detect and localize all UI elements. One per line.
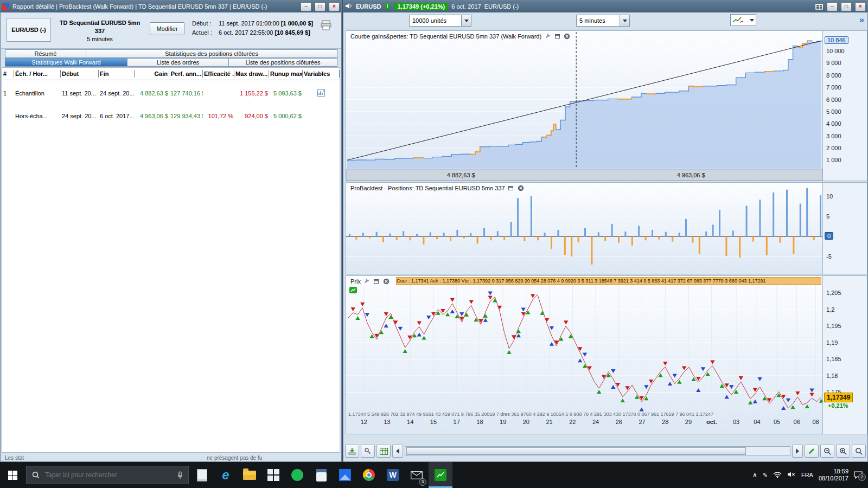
language-indicator[interactable]: FRA <box>801 472 813 478</box>
speaker-icon[interactable] <box>345 3 353 10</box>
timeframe-value: 5 minutes <box>579 17 605 24</box>
report-titlebar[interactable]: Rapport détaillé | ProBacktest (Walk For… <box>1 1 341 12</box>
app-photos-icon[interactable] <box>333 462 357 488</box>
equity-curve-panel[interactable]: Courbe gains&pertes: TD Sequential EURUS… <box>346 30 823 181</box>
app-chrome-icon[interactable] <box>357 462 381 488</box>
position-bar <box>578 236 579 242</box>
equity-price-axis: 10 0009 0008 0007 0006 0005 0004 0003 00… <box>823 30 867 181</box>
app-notepad-icon[interactable] <box>190 462 214 488</box>
scrollbar-thumb[interactable] <box>406 447 746 455</box>
close-button[interactable]: × <box>855 2 866 11</box>
position-bar <box>665 232 667 236</box>
maximize-button[interactable]: □ <box>315 2 326 11</box>
tab-stats-positions[interactable]: Statistiques des positions clôturées <box>86 49 337 58</box>
draw-pencil-icon[interactable] <box>805 445 819 458</box>
y-axis-label: 1,205 <box>826 290 841 296</box>
info-icon[interactable] <box>384 3 391 10</box>
wifi-icon[interactable] <box>773 471 782 479</box>
app-mail-icon[interactable]: 3 <box>405 462 429 488</box>
timeframe-select[interactable]: 5 minutes <box>576 15 630 27</box>
tab-liste-positions[interactable]: Liste des positions clôturées <box>228 58 337 67</box>
signal-arrow <box>516 333 521 337</box>
collapse-panel-icon[interactable]: » <box>859 14 864 26</box>
app-explorer-icon[interactable] <box>238 462 261 488</box>
units-select[interactable]: 10000 unités <box>409 15 471 27</box>
dropdown-arrow-icon[interactable] <box>461 15 471 26</box>
dropdown-arrow-icon[interactable] <box>620 15 629 26</box>
app-word-icon[interactable]: W <box>381 462 405 488</box>
positions-bar-chart[interactable] <box>346 183 822 274</box>
app-store-icon[interactable] <box>261 462 285 488</box>
position-bar <box>537 236 539 240</box>
clock[interactable]: 18:59 08/10/2017 <box>819 468 848 482</box>
scroll-left-button[interactable] <box>392 445 403 458</box>
row-fin: 24 sept. 20... <box>99 90 135 97</box>
export-icon[interactable] <box>345 445 359 458</box>
close-button[interactable]: × <box>329 2 340 11</box>
table-row[interactable]: 1 Échantillon 11 sept. 20... 24 sept. 20… <box>2 88 340 99</box>
table-row[interactable]: Hors-écha... 24 sept. 20... 6 oct. 2017.… <box>2 111 340 121</box>
detach-window-icon[interactable] <box>507 184 515 191</box>
sell-arrow <box>602 375 606 378</box>
open-chart-icon[interactable] <box>303 89 340 98</box>
tab-resume[interactable]: Résumé <box>5 49 86 58</box>
chart-titlebar[interactable]: EURUSD 1,17349 (+0,21%) 6 oct. 2017 EUR/… <box>343 1 867 12</box>
search-input[interactable] <box>44 471 173 479</box>
close-panel-icon[interactable] <box>382 278 390 285</box>
maximize-button[interactable]: □ <box>841 2 852 11</box>
chart-bottom-toolbar <box>345 444 866 458</box>
equity-curve-chart[interactable]: 4 882,63 $4 963,06 $ <box>346 31 822 181</box>
date-axis: 121314151718192021222426272829oct.030405… <box>346 419 822 427</box>
wrench-icon[interactable] <box>363 278 371 285</box>
buy-arrow <box>677 380 681 384</box>
chart-type-button[interactable] <box>730 14 756 26</box>
close-panel-icon[interactable] <box>517 184 525 191</box>
position-bar <box>786 190 788 236</box>
detach-window-icon[interactable] <box>553 33 561 40</box>
position-bar <box>624 232 626 236</box>
layout-grid-icon[interactable] <box>815 3 824 10</box>
price-chart-plot[interactable] <box>346 276 822 434</box>
modify-button[interactable]: Modifier <box>150 22 184 35</box>
position-bar <box>732 230 734 236</box>
zoom-out-icon[interactable] <box>820 445 834 458</box>
tray-expand-icon[interactable]: ∧ <box>752 471 757 479</box>
minimize-button[interactable]: – <box>827 2 838 11</box>
buy-arrow <box>493 299 497 303</box>
signal-arrow <box>724 395 729 399</box>
taskbar-search[interactable] <box>26 466 189 484</box>
volume-muted-icon[interactable] <box>787 471 796 479</box>
buy-arrow <box>507 350 511 354</box>
report-app-icon <box>2 3 9 10</box>
detach-window-icon[interactable] <box>373 278 380 285</box>
zoom-reset-icon[interactable] <box>852 445 866 458</box>
app-edge-icon[interactable]: e <box>214 462 238 488</box>
price-panel[interactable]: Prix Cour : 1,17341 Ach : 1,17380 Vte : … <box>346 275 823 434</box>
position-bar <box>396 236 398 240</box>
minimize-button[interactable]: – <box>301 2 311 11</box>
position-bar <box>362 233 364 236</box>
scroll-right-button[interactable] <box>792 445 803 458</box>
tab-walk-forward[interactable]: Statistiques Walk Forward <box>5 58 127 67</box>
positions-panel[interactable]: ProBacktest - Positions: TD Sequential E… <box>346 182 823 274</box>
table-view-icon[interactable] <box>376 445 391 458</box>
buy-arrow <box>474 318 478 322</box>
zoom-in-icon[interactable] <box>836 445 850 458</box>
x-axis-label: 28 <box>662 419 668 425</box>
dropdown-arrow-icon <box>750 19 754 22</box>
horizontal-scrollbar[interactable] <box>405 446 790 456</box>
link-icon[interactable] <box>361 445 375 458</box>
app-calculator-icon[interactable] <box>309 462 333 488</box>
price-panel-title-row: Prix <box>349 278 391 285</box>
print-icon[interactable] <box>320 20 332 33</box>
pen-icon[interactable]: ✎ <box>763 472 768 479</box>
tab-liste-ordres[interactable]: Liste des ordres <box>127 58 229 67</box>
position-bar <box>517 198 519 236</box>
wrench-icon[interactable] <box>544 33 551 40</box>
app-spotify-icon[interactable] <box>285 462 309 488</box>
microphone-icon[interactable] <box>177 471 183 479</box>
notification-center-icon[interactable]: 2 <box>854 471 863 479</box>
start-button[interactable] <box>0 462 25 488</box>
app-prorealtime-icon[interactable] <box>429 462 452 488</box>
close-panel-icon[interactable] <box>563 33 571 40</box>
